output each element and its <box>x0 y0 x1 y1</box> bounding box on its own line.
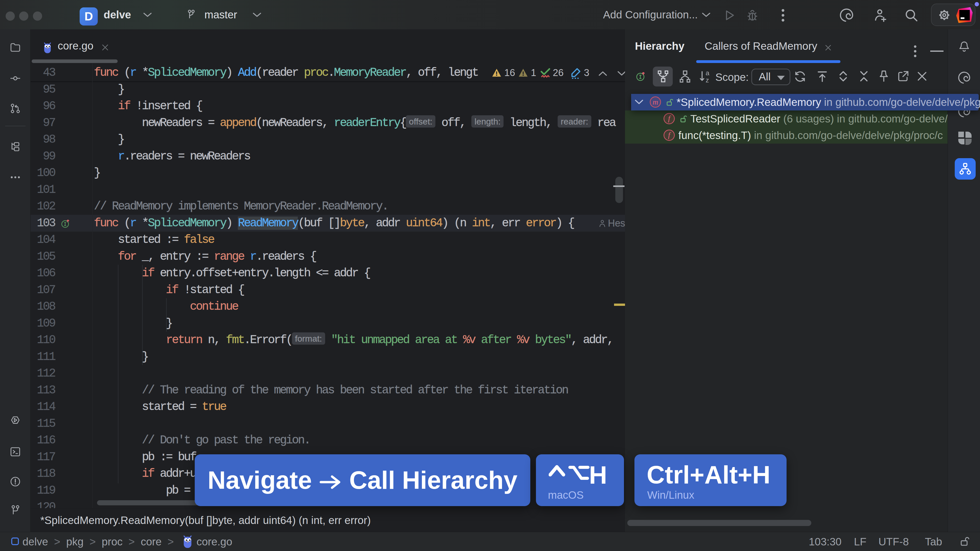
svg-text:z: z <box>706 76 709 83</box>
svg-text:a: a <box>706 70 710 77</box>
